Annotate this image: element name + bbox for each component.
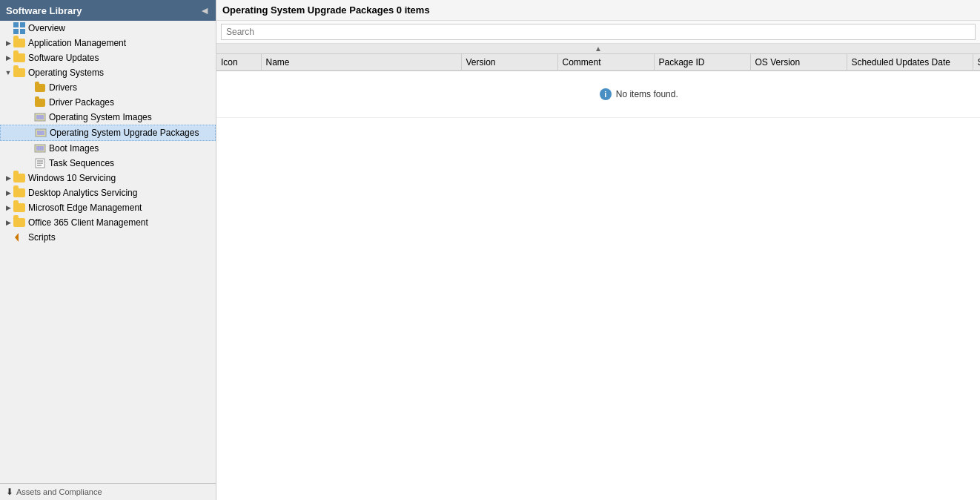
no-items-row: i No items found.	[216, 71, 980, 118]
svg-rect-2	[13, 29, 19, 34]
sidebar-item-os-images[interactable]: Operating System Images	[0, 110, 216, 125]
icon-task	[34, 157, 46, 169]
sidebar-label-drivers: Drivers	[49, 82, 77, 93]
sidebar-item-scripts[interactable]: Scripts	[0, 230, 216, 245]
sidebar-label-boot-images: Boot Images	[49, 143, 99, 154]
expand-arrow-os[interactable]: ▼	[3, 69, 13, 76]
icon-folder	[13, 52, 25, 64]
sidebar-collapse-button[interactable]: ◄	[199, 4, 210, 16]
icon-special	[34, 142, 46, 154]
icon-special-selected	[35, 127, 47, 139]
sidebar-label-scripts: Scripts	[28, 232, 56, 243]
col-header-version[interactable]: Version	[461, 54, 557, 71]
sidebar-item-office365[interactable]: ▶Office 365 Client Management	[0, 215, 216, 230]
sidebar-label-driver-pkgs: Driver Packages	[49, 97, 114, 108]
icon-folder	[13, 172, 25, 184]
grid-header: IconNameVersionCommentPackage IDOS Versi…	[216, 54, 980, 71]
sidebar-footer-label: Assets and Compliance	[16, 487, 102, 496]
sidebar-item-sw-updates[interactable]: ▶Software Updates	[0, 50, 216, 65]
icon-folder	[13, 187, 25, 199]
sidebar-label-ms-edge: Microsoft Edge Management	[28, 203, 142, 213]
sidebar-item-desktop-analytics[interactable]: ▶Desktop Analytics Servicing	[0, 185, 216, 200]
sidebar-title: Software Library	[6, 5, 82, 16]
sidebar-item-driver-pkgs[interactable]: Driver Packages	[0, 95, 216, 110]
no-items-message: i No items found.	[221, 73, 980, 115]
sidebar-label-task-sequences: Task Sequences	[49, 158, 114, 168]
svg-rect-0	[13, 22, 19, 27]
col-header-package-id[interactable]: Package ID	[654, 54, 750, 71]
search-input[interactable]	[221, 24, 976, 40]
sidebar: Software Library ◄ Overview▶Application …	[0, 0, 216, 500]
expand-arrow-app-mgmt[interactable]: ▶	[3, 39, 13, 47]
icon-folder	[13, 217, 25, 228]
sidebar-label-app-mgmt: Application Management	[28, 38, 126, 48]
search-bar	[216, 21, 980, 44]
sidebar-item-task-sequences[interactable]: Task Sequences	[0, 156, 216, 171]
sidebar-label-os: Operating Systems	[28, 68, 104, 78]
main-header: Operating System Upgrade Packages 0 item…	[216, 0, 980, 21]
col-header-comment[interactable]: Comment	[557, 54, 654, 71]
sidebar-header: Software Library ◄	[0, 0, 216, 21]
data-grid: IconNameVersionCommentPackage IDOS Versi…	[216, 54, 980, 118]
icon-folder	[13, 202, 25, 214]
grid-container: ▲ IconNameVersionCommentPackage IDOS Ver…	[216, 44, 980, 500]
col-header-name[interactable]: Name	[261, 54, 461, 71]
sidebar-label-office365: Office 365 Client Management	[28, 217, 148, 228]
icon-special	[34, 111, 46, 123]
expand-arrow-sw-updates[interactable]: ▶	[3, 54, 13, 62]
icon-small-folder	[34, 96, 46, 108]
sidebar-item-os-upgrade-pkgs[interactable]: Operating System Upgrade Packages	[0, 125, 216, 141]
sidebar-footer[interactable]: ⬇ Assets and Compliance	[0, 483, 216, 500]
svg-rect-7	[37, 131, 44, 135]
sidebar-label-win10-servicing: Windows 10 Servicing	[28, 173, 116, 183]
sidebar-item-ms-edge[interactable]: ▶Microsoft Edge Management	[0, 200, 216, 215]
scroll-up-indicator[interactable]: ▲	[216, 44, 980, 54]
grid-body: i No items found.	[216, 71, 980, 118]
sidebar-item-win10-servicing[interactable]: ▶Windows 10 Servicing	[0, 171, 216, 185]
main-content: Operating System Upgrade Packages 0 item…	[216, 0, 980, 500]
icon-scripts	[13, 231, 25, 243]
svg-marker-14	[15, 233, 19, 242]
sidebar-label-desktop-analytics: Desktop Analytics Servicing	[28, 188, 137, 198]
sidebar-content: Overview▶Application Management▶Software…	[0, 21, 216, 483]
grid-header-row: IconNameVersionCommentPackage IDOS Versi…	[216, 54, 980, 71]
icon-overview	[13, 22, 25, 34]
sidebar-label-os-images: Operating System Images	[49, 112, 152, 122]
sidebar-item-drivers[interactable]: Drivers	[0, 80, 216, 95]
icon-folder	[13, 37, 25, 49]
sidebar-item-boot-images[interactable]: Boot Images	[0, 141, 216, 156]
col-header-icon[interactable]: Icon	[216, 54, 261, 71]
col-header-os-version[interactable]: OS Version	[750, 54, 847, 71]
sidebar-label-os-upgrade-pkgs: Operating System Upgrade Packages	[50, 128, 199, 138]
info-icon: i	[600, 88, 612, 100]
icon-small-folder	[34, 82, 46, 93]
expand-arrow-office365[interactable]: ▶	[3, 219, 13, 226]
svg-rect-1	[20, 22, 25, 27]
sidebar-item-app-mgmt[interactable]: ▶Application Management	[0, 36, 216, 50]
svg-rect-3	[20, 29, 25, 34]
icon-folder	[13, 67, 25, 79]
sidebar-label-overview: Overview	[28, 23, 65, 33]
expand-arrow-win10-servicing[interactable]: ▶	[3, 174, 13, 182]
no-items-text: No items found.	[616, 89, 678, 99]
col-header-scheduled-updates-date[interactable]: Scheduled Updates Date	[847, 54, 973, 71]
sidebar-item-overview[interactable]: Overview	[0, 21, 216, 36]
svg-rect-5	[36, 115, 44, 119]
expand-arrow-desktop-analytics[interactable]: ▶	[3, 189, 13, 197]
sidebar-label-sw-updates: Software Updates	[28, 53, 99, 63]
col-header-scheduled-u[interactable]: Scheduled U	[973, 54, 980, 71]
sidebar-item-os[interactable]: ▼Operating Systems	[0, 65, 216, 80]
svg-rect-9	[36, 146, 44, 151]
expand-arrow-ms-edge[interactable]: ▶	[3, 204, 13, 211]
